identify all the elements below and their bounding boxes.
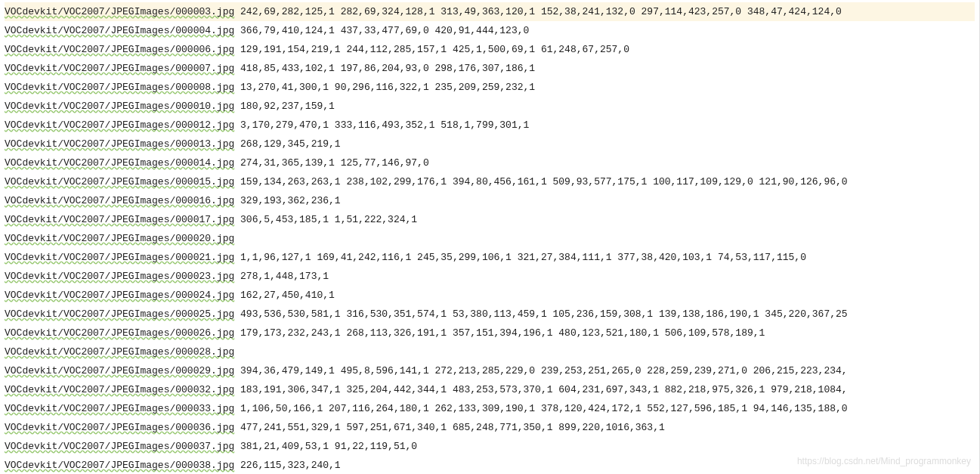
text-line[interactable]: VOCdevkit/VOC2007/JPEGImages/000013.jpg … — [5, 135, 975, 153]
text-editor-viewport: VOCdevkit/VOC2007/JPEGImages/000003.jpg … — [0, 0, 980, 474]
text-line[interactable]: VOCdevkit/VOC2007/JPEGImages/000007.jpg … — [5, 59, 975, 78]
text-line[interactable]: VOCdevkit/VOC2007/JPEGImages/000026.jpg … — [5, 324, 975, 342]
annotation-values: 418,85,433,102,1 197,86,204,93,0 298,176… — [234, 63, 535, 74]
annotation-values: 242,69,282,125,1 282,69,324,128,1 313,49… — [234, 6, 842, 17]
text-line[interactable]: VOCdevkit/VOC2007/JPEGImages/000032.jpg … — [5, 380, 975, 399]
annotation-values: 159,134,263,263,1 238,102,299,176,1 394,… — [234, 176, 847, 187]
file-path: VOCdevkit/VOC2007/JPEGImages/000003.jpg — [5, 6, 234, 17]
file-path: VOCdevkit/VOC2007/JPEGImages/000024.jpg — [5, 290, 234, 301]
file-path: VOCdevkit/VOC2007/JPEGImages/000015.jpg — [5, 176, 234, 187]
text-line[interactable]: VOCdevkit/VOC2007/JPEGImages/000025.jpg … — [5, 305, 975, 324]
file-path: VOCdevkit/VOC2007/JPEGImages/000008.jpg — [5, 82, 234, 93]
text-line[interactable]: VOCdevkit/VOC2007/JPEGImages/000004.jpg … — [5, 21, 975, 40]
file-path: VOCdevkit/VOC2007/JPEGImages/000026.jpg — [5, 327, 234, 339]
annotation-values: 1,106,50,166,1 207,116,264,180,1 262,133… — [234, 403, 847, 414]
file-path: VOCdevkit/VOC2007/JPEGImages/000013.jpg — [5, 138, 234, 150]
annotation-values: 183,191,306,347,1 325,204,442,344,1 483,… — [234, 384, 847, 395]
text-line[interactable]: VOCdevkit/VOC2007/JPEGImages/000023.jpg … — [5, 267, 975, 286]
annotation-values: 493,536,530,581,1 316,530,351,574,1 53,3… — [234, 308, 847, 320]
file-path: VOCdevkit/VOC2007/JPEGImages/000007.jpg — [5, 63, 234, 74]
text-line[interactable]: VOCdevkit/VOC2007/JPEGImages/000016.jpg … — [5, 191, 975, 210]
annotation-values: 394,36,479,149,1 495,8,596,141,1 272,213… — [234, 365, 847, 376]
annotation-values: 366,79,410,124,1 437,33,477,69,0 420,91,… — [234, 25, 529, 36]
file-path: VOCdevkit/VOC2007/JPEGImages/000006.jpg — [5, 44, 234, 55]
text-line[interactable]: VOCdevkit/VOC2007/JPEGImages/000008.jpg … — [5, 78, 975, 97]
text-line[interactable]: VOCdevkit/VOC2007/JPEGImages/000029.jpg … — [5, 361, 975, 380]
text-line[interactable]: VOCdevkit/VOC2007/JPEGImages/000037.jpg … — [5, 437, 975, 456]
text-line[interactable]: VOCdevkit/VOC2007/JPEGImages/000015.jpg … — [5, 172, 975, 191]
annotation-values: 274,31,365,139,1 125,77,146,97,0 — [234, 157, 428, 169]
text-line[interactable]: VOCdevkit/VOC2007/JPEGImages/000021.jpg … — [5, 248, 975, 267]
file-path: VOCdevkit/VOC2007/JPEGImages/000014.jpg — [5, 157, 234, 169]
annotation-values: 180,92,237,159,1 — [234, 101, 335, 112]
file-path: VOCdevkit/VOC2007/JPEGImages/000037.jpg — [5, 441, 234, 452]
file-path: VOCdevkit/VOC2007/JPEGImages/000033.jpg — [5, 403, 234, 414]
file-path: VOCdevkit/VOC2007/JPEGImages/000017.jpg — [5, 214, 234, 225]
file-path: VOCdevkit/VOC2007/JPEGImages/000032.jpg — [5, 384, 234, 395]
file-path: VOCdevkit/VOC2007/JPEGImages/000016.jpg — [5, 195, 234, 206]
file-path: VOCdevkit/VOC2007/JPEGImages/000021.jpg — [5, 252, 234, 263]
file-path: VOCdevkit/VOC2007/JPEGImages/000038.jpg — [5, 460, 234, 471]
annotation-values: 179,173,232,243,1 268,113,326,191,1 357,… — [234, 327, 765, 339]
file-path: VOCdevkit/VOC2007/JPEGImages/000025.jpg — [5, 308, 234, 320]
text-line[interactable]: VOCdevkit/VOC2007/JPEGImages/000036.jpg … — [5, 418, 975, 437]
text-line[interactable]: VOCdevkit/VOC2007/JPEGImages/000012.jpg … — [5, 116, 975, 135]
annotation-values: 278,1,448,173,1 — [234, 271, 329, 282]
text-line[interactable]: VOCdevkit/VOC2007/JPEGImages/000006.jpg … — [5, 40, 975, 59]
annotation-values: 477,241,551,329,1 597,251,671,340,1 685,… — [234, 422, 665, 433]
annotation-values: 129,191,154,219,1 244,112,285,157,1 425,… — [234, 44, 629, 55]
annotation-values: 1,1,96,127,1 169,41,242,116,1 245,35,299… — [234, 252, 806, 263]
file-path: VOCdevkit/VOC2007/JPEGImages/000028.jpg — [5, 346, 234, 358]
text-line[interactable]: VOCdevkit/VOC2007/JPEGImages/000024.jpg … — [5, 286, 975, 305]
annotation-values: 162,27,450,410,1 — [234, 290, 335, 301]
text-line[interactable]: VOCdevkit/VOC2007/JPEGImages/000033.jpg … — [5, 399, 975, 418]
file-path: VOCdevkit/VOC2007/JPEGImages/000004.jpg — [5, 25, 234, 36]
file-path: VOCdevkit/VOC2007/JPEGImages/000023.jpg — [5, 271, 234, 282]
text-line[interactable]: VOCdevkit/VOC2007/JPEGImages/000010.jpg … — [5, 97, 975, 116]
text-line[interactable]: VOCdevkit/VOC2007/JPEGImages/000014.jpg … — [5, 153, 975, 172]
annotation-values: 3,170,279,470,1 333,116,493,352,1 518,1,… — [234, 119, 529, 131]
text-line[interactable]: VOCdevkit/VOC2007/JPEGImages/000038.jpg … — [5, 456, 975, 474]
annotation-values: 13,270,41,300,1 90,296,116,322,1 235,209… — [234, 82, 535, 93]
annotation-values: 329,193,362,236,1 — [234, 195, 340, 206]
annotation-values: 268,129,345,219,1 — [234, 138, 340, 150]
text-line[interactable]: VOCdevkit/VOC2007/JPEGImages/000003.jpg … — [5, 2, 975, 21]
file-path: VOCdevkit/VOC2007/JPEGImages/000029.jpg — [5, 365, 234, 376]
annotation-values: 381,21,409,53,1 91,22,119,51,0 — [234, 441, 417, 452]
file-path: VOCdevkit/VOC2007/JPEGImages/000036.jpg — [5, 422, 234, 433]
file-path: VOCdevkit/VOC2007/JPEGImages/000010.jpg — [5, 101, 234, 112]
text-line[interactable]: VOCdevkit/VOC2007/JPEGImages/000017.jpg … — [5, 210, 975, 229]
text-line[interactable]: VOCdevkit/VOC2007/JPEGImages/000020.jpg — [5, 229, 975, 248]
annotation-values: 306,5,453,185,1 1,51,222,324,1 — [234, 214, 417, 225]
file-path: VOCdevkit/VOC2007/JPEGImages/000012.jpg — [5, 119, 234, 131]
text-line[interactable]: VOCdevkit/VOC2007/JPEGImages/000028.jpg — [5, 342, 975, 361]
file-path: VOCdevkit/VOC2007/JPEGImages/000020.jpg — [5, 233, 234, 244]
annotation-values: 226,115,323,240,1 — [234, 460, 340, 471]
